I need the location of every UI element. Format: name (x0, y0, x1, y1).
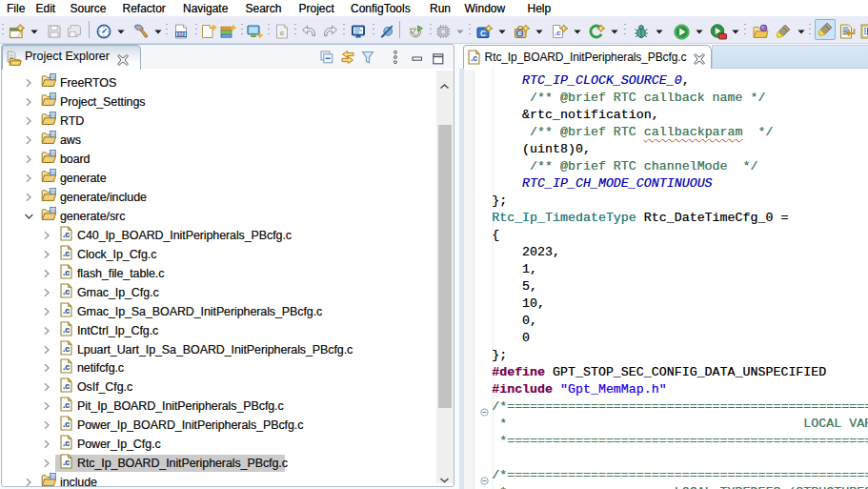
svg-text:.c: .c (555, 29, 561, 37)
svg-text:.c: .c (63, 306, 70, 316)
svg-text:c: c (518, 30, 522, 36)
svg-text:.c: .c (63, 325, 70, 335)
svg-text:.c: .c (471, 53, 477, 63)
svg-text:.c: .c (63, 287, 70, 296)
svg-text:.c: .c (63, 438, 70, 448)
svg-text:.c: .c (63, 249, 70, 258)
svg-text:C: C (480, 29, 486, 38)
svg-text:.c: .c (63, 268, 70, 277)
svg-text:.c: .c (63, 362, 70, 372)
svg-text:.c: .c (63, 458, 70, 467)
svg-text:c: c (280, 29, 285, 37)
svg-text:010: 010 (177, 32, 186, 37)
svg-text:.c: .c (63, 230, 70, 239)
svg-text:.c: .c (63, 400, 70, 410)
svg-text:.c: .c (63, 419, 70, 429)
svg-text:.c: .c (63, 381, 70, 391)
svg-text:.c: .c (63, 344, 70, 354)
